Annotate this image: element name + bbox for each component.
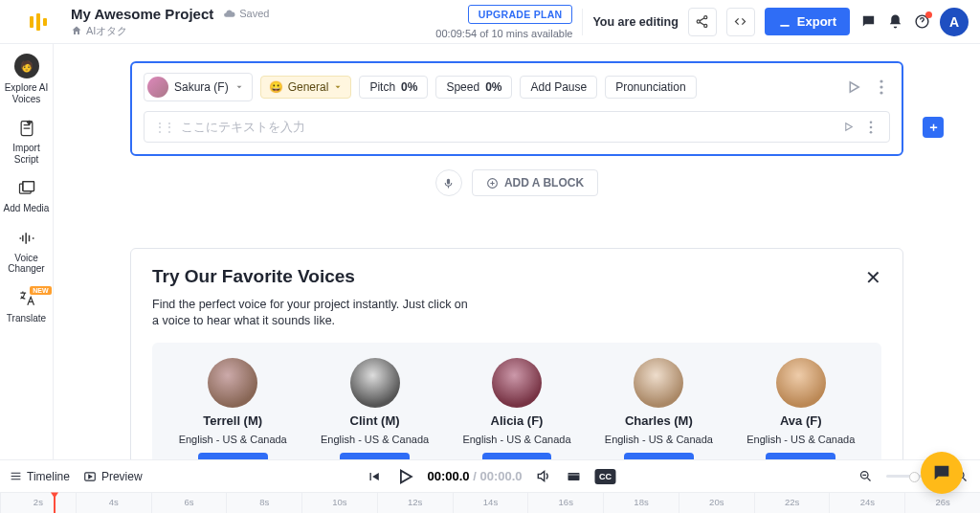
ruler-tick: 8s: [226, 493, 301, 513]
ruler-tick: 6s: [151, 493, 227, 513]
project-title[interactable]: My Awesome Project: [71, 6, 213, 22]
script-input-container: ⋮⋮: [144, 111, 890, 143]
app-logo[interactable]: [11, 10, 65, 34]
captions-button[interactable]: CC: [595, 469, 616, 484]
voice-language: English - US & Canada: [179, 434, 287, 445]
svg-point-14: [870, 121, 873, 123]
sidebar-item-voice-changer[interactable]: Voice Changer: [2, 228, 52, 275]
block-menu-button[interactable]: [873, 79, 890, 95]
style-selector[interactable]: 😀 General: [260, 76, 352, 99]
skip-back-button[interactable]: [364, 467, 383, 486]
voice-card: Ava (F) English - US & Canada Select: [734, 358, 868, 459]
help-icon[interactable]: [913, 13, 930, 31]
playhead[interactable]: [54, 493, 56, 513]
svg-rect-0: [30, 16, 33, 28]
add-pause-button[interactable]: Add Pause: [520, 76, 597, 99]
play-line-button[interactable]: [842, 121, 855, 133]
voice-select-button[interactable]: Select: [340, 453, 410, 459]
svg-point-15: [870, 125, 873, 128]
voice-language: English - US & Canada: [462, 434, 570, 445]
add-block-button[interactable]: ADD A BLOCK: [472, 169, 598, 196]
voice-avatar[interactable]: [776, 358, 826, 408]
play-button[interactable]: [394, 466, 415, 487]
sidebar-item-explore-voices[interactable]: 🧑 Explore AI Voices: [2, 54, 52, 104]
upgrade-plan-button[interactable]: UPGRADE PLAN: [468, 5, 573, 24]
new-badge: NEW: [30, 286, 51, 295]
video-button[interactable]: [565, 467, 584, 486]
user-avatar[interactable]: A: [940, 8, 969, 36]
sidebar-item-add-media[interactable]: Add Media: [2, 178, 52, 214]
voice-selector[interactable]: Sakura (F): [144, 73, 253, 101]
preview-tab[interactable]: Preview: [83, 470, 143, 483]
voice-avatar-icon: [147, 77, 168, 98]
bell-icon[interactable]: [886, 13, 903, 31]
drag-handle-icon[interactable]: ⋮⋮: [154, 121, 173, 134]
close-icon[interactable]: ✕: [865, 266, 881, 289]
media-icon: [16, 178, 37, 199]
voice-card: Alicia (F) English - US & Canada Select: [450, 358, 584, 459]
ruler-tick: 18s: [603, 493, 679, 513]
sidebar-item-translate[interactable]: NEW Translate: [2, 288, 52, 324]
zoom-out-button[interactable]: [856, 467, 875, 486]
voice-name: Ava (F): [780, 413, 822, 428]
export-button[interactable]: Export: [765, 8, 850, 35]
svg-point-12: [880, 85, 882, 88]
script-input[interactable]: [181, 120, 835, 134]
favorite-voices-card: Try Our Favorite Voices ✕ Find the perfe…: [130, 248, 903, 459]
ruler-tick: 10s: [301, 493, 377, 513]
chat-icon[interactable]: [859, 13, 877, 31]
play-block-button[interactable]: [842, 76, 865, 99]
sidebar-item-label: Add Media: [4, 203, 50, 214]
svg-rect-19: [568, 473, 580, 480]
voice-language: English - US & Canada: [605, 434, 713, 445]
saved-status: Saved: [223, 8, 269, 20]
voice-avatar[interactable]: [350, 358, 400, 408]
ruler-tick: 16s: [527, 493, 603, 513]
sidebar-item-import-script[interactable]: Import Script: [2, 118, 52, 165]
pitch-control[interactable]: Pitch0%: [359, 76, 428, 99]
voice-language: English - US & Canada: [746, 434, 855, 445]
voice-card: Terrell (M) English - US & Canada Select: [166, 358, 300, 459]
ruler-tick: 14s: [453, 493, 528, 513]
voice-name: Terrell (M): [203, 413, 262, 428]
voice-select-button[interactable]: Select: [766, 453, 835, 459]
voice-avatar[interactable]: [208, 358, 257, 408]
sidebar-item-label: Explore AI Voices: [2, 82, 52, 104]
pronunciation-button[interactable]: Pronunciation: [605, 76, 696, 99]
ruler-tick: 12s: [377, 493, 453, 513]
share-button[interactable]: [688, 8, 717, 36]
add-adjacent-block-button[interactable]: ＋: [923, 117, 944, 138]
emoji-icon: 😀: [269, 80, 283, 94]
voice-select-button[interactable]: Select: [624, 453, 694, 459]
ruler-tick: 20s: [679, 493, 754, 513]
voice-avatar[interactable]: [492, 358, 542, 408]
sidebar-item-label: Translate: [7, 313, 46, 324]
volume-button[interactable]: [534, 467, 553, 486]
speed-control[interactable]: Speed0%: [435, 76, 512, 99]
voice-name: Charles (M): [625, 413, 693, 428]
ruler-tick: 4s: [76, 493, 151, 513]
record-voice-button[interactable]: [435, 169, 462, 196]
voice-avatar-icon: 🧑: [14, 54, 39, 78]
time-available: 00:09:54 of 10 mins available: [435, 28, 572, 39]
voice-language: English - US & Canada: [321, 434, 429, 445]
svg-rect-2: [43, 18, 47, 26]
svg-rect-9: [22, 182, 33, 191]
voice-select-button[interactable]: Select: [198, 453, 268, 459]
voice-name: Alicia (F): [491, 413, 544, 428]
timeline-tab[interactable]: Timeline: [10, 470, 70, 483]
import-icon: [16, 118, 37, 139]
voice-changer-icon: [16, 228, 37, 249]
breadcrumb[interactable]: AIオタク: [71, 24, 269, 38]
line-menu-button[interactable]: [862, 121, 880, 134]
voice-select-button[interactable]: Select: [482, 453, 552, 459]
timeline-ruler[interactable]: 2s 4s 6s 8s 10s 12s 14s 16s 18s 20s 22s …: [0, 492, 980, 513]
svg-point-13: [880, 91, 882, 94]
embed-button[interactable]: [726, 8, 755, 36]
ruler-tick: 2s: [0, 493, 76, 513]
voice-name: Clint (M): [350, 413, 400, 428]
editing-label: You are editing: [592, 15, 678, 29]
chevron-down-icon: [333, 82, 343, 92]
voice-avatar[interactable]: [634, 358, 683, 408]
support-chat-button[interactable]: [921, 452, 963, 494]
